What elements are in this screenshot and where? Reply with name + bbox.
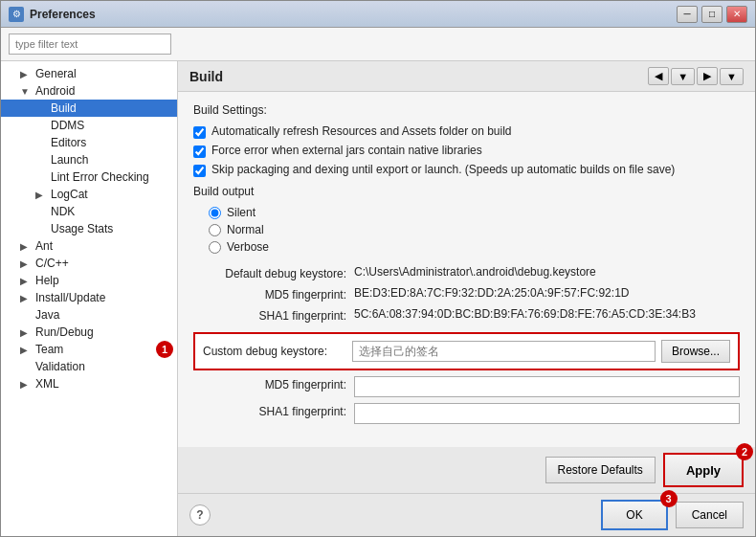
sha1-custom-input[interactable] — [354, 403, 740, 424]
sidebar-item-cpp[interactable]: ▶ C/C++ — [1, 255, 177, 272]
checkbox-auto-refresh-input[interactable] — [193, 126, 206, 139]
radio-silent-input[interactable] — [209, 207, 221, 219]
sidebar-item-label: Ant — [35, 239, 53, 253]
search-bar — [1, 28, 755, 61]
custom-keystore-input[interactable] — [352, 341, 656, 362]
sidebar-item-java[interactable]: Java — [1, 306, 177, 324]
sidebar-item-team[interactable]: ▶ Team 1 — [1, 341, 177, 358]
custom-keystore-row: Custom debug keystore: Browse... — [193, 332, 740, 370]
title-bar: ⚙ Preferences ─ □ ✕ — [1, 1, 755, 28]
forward-dropdown-button[interactable]: ▼ — [720, 68, 744, 85]
radio-verbose: Verbose — [209, 240, 740, 254]
sidebar-item-label: Lint Error Checking — [51, 170, 149, 184]
sidebar-item-label: Android — [35, 84, 75, 98]
minimize-button[interactable]: ─ — [677, 6, 698, 23]
md5-custom-input[interactable] — [354, 376, 740, 397]
tree-arrow: ▶ — [20, 379, 32, 390]
footer-area-1: Restore Defaults Apply 2 — [178, 447, 755, 494]
window-icon: ⚙ — [9, 7, 24, 22]
checkbox-skip-packaging-input[interactable] — [193, 165, 206, 177]
sidebar-item-lint[interactable]: Lint Error Checking — [1, 168, 177, 186]
sidebar-item-android[interactable]: ▼ Android — [1, 82, 177, 100]
tree-arrow: ▶ — [35, 190, 47, 200]
content-title: Build — [189, 69, 223, 84]
sidebar-item-install-update[interactable]: ▶ Install/Update — [1, 289, 177, 306]
annotation-1: 1 — [156, 341, 173, 358]
sidebar-item-usage-stats[interactable]: Usage Stats — [1, 220, 177, 237]
sidebar-item-label: General — [35, 67, 77, 80]
search-input[interactable] — [9, 34, 171, 55]
restore-defaults-button[interactable]: Restore Defaults — [545, 457, 656, 483]
tree-arrow: ▶ — [20, 241, 32, 252]
sidebar-item-help[interactable]: ▶ Help — [1, 272, 177, 289]
forward-button[interactable]: ▶ — [697, 67, 718, 85]
nav-arrows: ◀ ▼ ▶ ▼ — [648, 67, 744, 85]
tree-arrow: ▶ — [20, 69, 32, 79]
sha1-custom-label: SHA1 fingerprint: — [193, 403, 346, 424]
radio-silent: Silent — [209, 206, 740, 219]
sidebar-item-label: Build — [51, 101, 77, 115]
tree-arrow: ▶ — [20, 327, 32, 338]
help-button[interactable]: ? — [189, 504, 211, 526]
sidebar-item-label: Run/Debug — [35, 325, 94, 339]
back-button[interactable]: ◀ — [648, 67, 669, 85]
radio-silent-label: Silent — [227, 206, 256, 219]
tree-arrow: ▶ — [20, 345, 32, 355]
preferences-window: ⚙ Preferences ─ □ ✕ ▶ General ▼ Android … — [0, 0, 756, 537]
tree-arrow: ▶ — [20, 293, 32, 303]
sidebar-item-label: LogCat — [51, 188, 88, 201]
sidebar-item-xml[interactable]: ▶ XML — [1, 375, 177, 392]
radio-normal-label: Normal — [227, 223, 264, 236]
sidebar-item-label: DDMS — [51, 119, 84, 132]
annotation-2: 2 — [736, 443, 753, 460]
sha1-value: 5C:6A:08:37:94:0D:BC:BD:B9:FA:76:69:D8:F… — [354, 307, 740, 323]
section-title: Build Settings: — [193, 103, 740, 117]
sidebar-item-launch[interactable]: Launch — [1, 151, 177, 168]
radio-verbose-input[interactable] — [209, 241, 221, 254]
checkbox-force-error-label: Force error when external jars contain n… — [211, 144, 482, 157]
sha1-label: SHA1 fingerprint: — [193, 307, 346, 323]
radio-verbose-label: Verbose — [227, 240, 269, 254]
custom-keystore-label: Custom debug keystore: — [203, 345, 346, 358]
md5-label: MD5 fingerprint: — [193, 286, 346, 302]
sidebar-item-build[interactable]: Build — [1, 100, 177, 117]
sidebar-item-editors[interactable]: Editors — [1, 134, 177, 151]
close-button[interactable]: ✕ — [726, 6, 747, 23]
ok-button[interactable]: OK — [601, 500, 667, 530]
sidebar-item-ddms[interactable]: DDMS — [1, 117, 177, 134]
tree-arrow: ▶ — [20, 258, 32, 269]
sidebar-item-label: Usage Stats — [51, 222, 113, 235]
sidebar-item-label: Java — [35, 308, 59, 322]
radio-normal-input[interactable] — [209, 224, 221, 236]
tree-arrow: ▶ — [20, 276, 32, 286]
sidebar-item-ndk[interactable]: NDK — [1, 203, 177, 220]
browse-button[interactable]: Browse... — [661, 340, 730, 363]
main-content: ▶ General ▼ Android Build DDMS Editors — [1, 61, 755, 536]
info-grid: Default debug keystore: C:\Users\Adminis… — [193, 265, 740, 323]
maximize-button[interactable]: □ — [701, 6, 723, 23]
sidebar-item-general[interactable]: ▶ General — [1, 65, 177, 82]
window-title: Preferences — [30, 8, 677, 21]
radio-normal: Normal — [209, 223, 740, 236]
cancel-button[interactable]: Cancel — [676, 502, 744, 528]
tree-arrow: ▼ — [20, 86, 32, 97]
checkbox-force-error: Force error when external jars contain n… — [193, 144, 740, 158]
sidebar-item-ant[interactable]: ▶ Ant — [1, 237, 177, 255]
sidebar-item-validation[interactable]: Validation — [1, 358, 177, 375]
sidebar-item-logcat[interactable]: ▶ LogCat — [1, 186, 177, 203]
sidebar-item-run-debug[interactable]: ▶ Run/Debug — [1, 324, 177, 341]
sidebar-item-label: Team — [35, 343, 63, 356]
sha1-custom-row: SHA1 fingerprint: — [193, 403, 740, 424]
sidebar-item-label: Launch — [51, 153, 88, 167]
ok-cancel-area: OK 3 Cancel — [601, 500, 744, 530]
sidebar-item-label: XML — [35, 377, 59, 391]
default-keystore-value: C:\Users\Administrator\.android\debug.ke… — [354, 265, 740, 280]
annotation-3: 3 — [660, 490, 678, 507]
checkbox-force-error-input[interactable] — [193, 145, 206, 158]
checkbox-auto-refresh-label: Automatically refresh Resources and Asse… — [211, 124, 512, 138]
sidebar-item-label: C/C++ — [35, 257, 69, 270]
checkbox-skip-packaging: Skip packaging and dexing until export o… — [193, 163, 740, 177]
dropdown-button[interactable]: ▼ — [671, 68, 695, 85]
apply-button[interactable]: Apply — [663, 453, 744, 487]
md5-value: BE:D3:ED:8A:7C:F9:32:DD:2A:25:0A:9F:57:F… — [354, 286, 740, 302]
